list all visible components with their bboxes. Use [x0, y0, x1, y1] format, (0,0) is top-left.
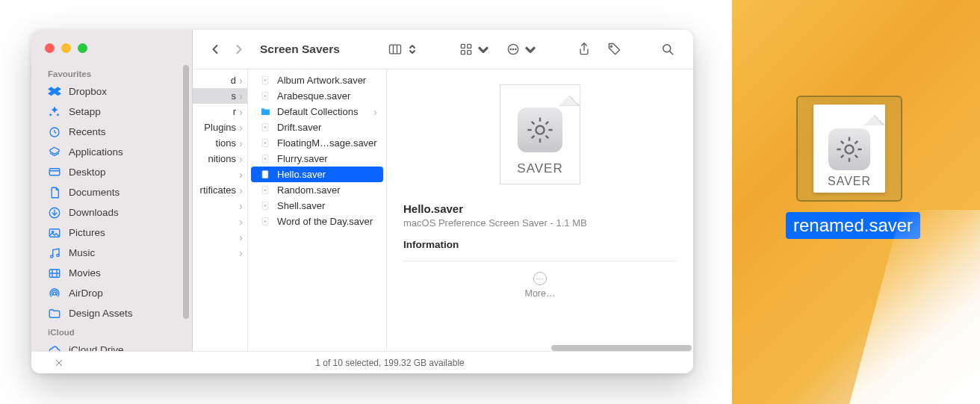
tags-button[interactable] [602, 39, 626, 60]
back-button[interactable] [206, 40, 224, 58]
svg-point-55 [264, 221, 265, 222]
sidebar-item-label: Downloads [69, 207, 119, 218]
sidebar-item-desktop[interactable]: Desktop [31, 162, 187, 182]
svg-line-28 [670, 52, 673, 55]
column-item[interactable]: tions [193, 135, 247, 151]
file-row[interactable]: Shell.saver [251, 198, 383, 214]
dropbox-icon [48, 85, 61, 99]
svg-point-46 [264, 174, 265, 175]
share-button[interactable] [572, 39, 596, 60]
sidebar-item-label: Movies [69, 267, 101, 279]
preview-info-header: Information [403, 239, 677, 250]
preview-file-icon: SAVER [500, 84, 580, 184]
column-item[interactable] [193, 229, 247, 245]
svg-rect-2 [49, 168, 60, 175]
column-item-label: d [231, 75, 236, 86]
preview-subtitle: macOS Preference Screen Saver - 1.1 MB [403, 217, 677, 229]
sidebar-item-label: Setapp [69, 106, 101, 117]
sidebar-item-pictures[interactable]: Pictures [31, 223, 187, 243]
file-row[interactable]: FloatingM…sage.saver [251, 135, 383, 151]
saver-file-icon [260, 75, 271, 86]
column-item[interactable] [193, 198, 247, 214]
search-button[interactable] [656, 39, 680, 60]
preview-more[interactable]: ··· More… [403, 272, 677, 299]
desktop-file-name[interactable]: renamed.saver [786, 212, 920, 239]
column-item-label: rtificates [200, 184, 236, 196]
view-columns-button[interactable] [383, 39, 424, 60]
column-parent[interactable]: dsrPluginstionsnitionsrtificates [193, 69, 248, 373]
group-button[interactable] [454, 39, 495, 60]
column-item[interactable]: d [193, 72, 247, 88]
column-item[interactable]: rtificates [193, 182, 247, 198]
file-row[interactable]: Hello.saver [251, 167, 383, 182]
saver-file-icon [260, 153, 271, 164]
column-item-label: Plugins [204, 122, 236, 133]
file-row[interactable]: Album Artwork.saver [251, 72, 383, 88]
svg-point-0 [845, 145, 853, 153]
column-item[interactable]: nitions [193, 151, 247, 167]
file-name: Random.saver [277, 184, 377, 196]
sidebar-item-applications[interactable]: Applications [31, 142, 187, 162]
sidebar-item-setapp[interactable]: Setapp [31, 102, 187, 122]
svg-point-23 [510, 49, 511, 49]
file-row[interactable]: Drift.saver [251, 119, 383, 135]
minimize-button[interactable] [61, 43, 71, 53]
sidebar-item-airdrop[interactable]: AirDrop [31, 283, 187, 303]
sidebar-item-label: Design Assets [69, 308, 133, 319]
maximize-button[interactable] [78, 43, 87, 53]
chevron-right-icon [239, 106, 243, 118]
sidebar-item-label: Dropbox [69, 86, 107, 97]
action-button[interactable] [501, 39, 542, 60]
movies-icon [48, 267, 61, 280]
sidebar-item-design-assets[interactable]: Design Assets [31, 303, 187, 323]
column-item[interactable]: Plugins [193, 119, 247, 135]
sidebar-scrollbar[interactable] [183, 65, 189, 319]
sidebar-item-recents[interactable]: Recents [31, 122, 187, 142]
desktop-icon [48, 166, 61, 179]
file-row[interactable]: Random.saver [251, 182, 383, 198]
ellipsis-icon: ··· [533, 272, 547, 285]
file-row[interactable]: Default Collections [251, 104, 383, 119]
file-row[interactable]: Arabesque.saver [251, 88, 383, 104]
file-row[interactable]: Word of the Day.saver [251, 214, 383, 229]
file-row[interactable]: Flurry.saver [251, 151, 383, 167]
chevron-right-icon [239, 247, 243, 259]
column-item[interactable] [193, 245, 247, 261]
column-item-label: nitions [208, 153, 236, 164]
gear-icon [518, 108, 562, 152]
column-item[interactable] [193, 214, 247, 229]
doc-icon [48, 186, 61, 199]
sidebar-item-label: Recents [69, 126, 106, 137]
chevron-right-icon [239, 137, 243, 149]
folder-icon [48, 307, 61, 320]
saver-file-icon [260, 122, 271, 133]
sidebar-item-documents[interactable]: Documents [31, 182, 187, 202]
sidebar-item-music[interactable]: Music [31, 243, 187, 263]
desktop-file[interactable]: SAVER renamed.saver [786, 96, 913, 239]
divider [403, 261, 677, 261]
column-files[interactable]: Album Artwork.saverArabesque.saverDefaul… [248, 69, 387, 373]
svg-point-37 [264, 127, 265, 128]
download-icon [48, 206, 61, 220]
forward-button[interactable] [230, 40, 248, 58]
column-item[interactable] [193, 167, 247, 182]
svg-point-56 [536, 125, 544, 134]
sidebar: FavouritesDropboxSetappRecentsApplicatio… [31, 30, 193, 373]
sidebar-section-header: Favourites [31, 65, 192, 81]
close-button[interactable] [45, 43, 55, 53]
saver-file-icon [260, 216, 271, 227]
saver-file-icon [260, 184, 271, 196]
column-item[interactable]: s [193, 88, 247, 104]
sidebar-item-movies[interactable]: Movies [31, 263, 187, 283]
sidebar-item-dropbox[interactable]: Dropbox [31, 81, 187, 102]
svg-rect-20 [461, 51, 465, 55]
svg-point-14 [53, 292, 56, 295]
column-item[interactable]: r [193, 104, 247, 119]
sidebar-item-downloads[interactable]: Downloads [31, 202, 187, 223]
path-close-button[interactable] [31, 351, 87, 373]
sidebar-section-header: iCloud [31, 323, 192, 340]
file-name: FloatingM…sage.saver [277, 137, 377, 149]
saver-file-icon [260, 169, 271, 180]
sidebar-item-label: AirDrop [69, 288, 103, 299]
folder-icon [260, 106, 271, 117]
